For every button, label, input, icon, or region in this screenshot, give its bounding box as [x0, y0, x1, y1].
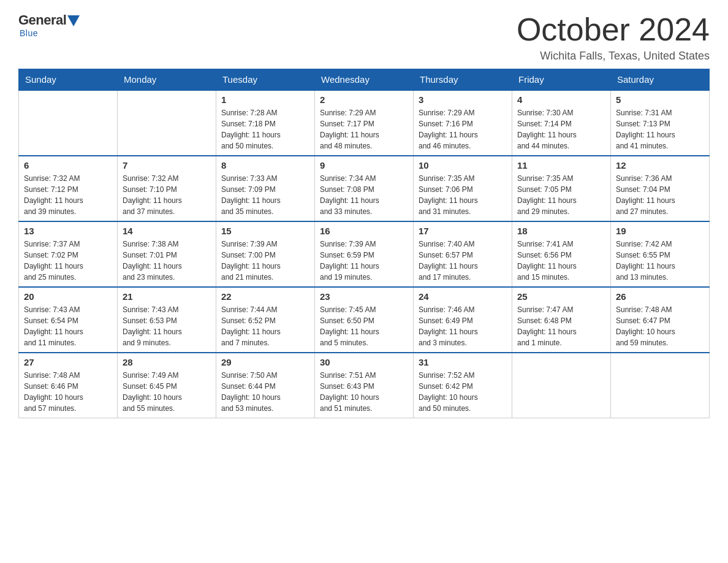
calendar-cell: 24Sunrise: 7:46 AMSunset: 6:49 PMDayligh… — [414, 287, 512, 353]
day-number: 7 — [123, 160, 211, 170]
day-info: Sunrise: 7:32 AMSunset: 7:10 PMDaylight:… — [123, 173, 211, 217]
calendar-cell: 3Sunrise: 7:29 AMSunset: 7:16 PMDaylight… — [414, 90, 512, 156]
calendar-cell: 9Sunrise: 7:34 AMSunset: 7:08 PMDaylight… — [315, 156, 414, 221]
day-info: Sunrise: 7:43 AMSunset: 6:54 PMDaylight:… — [24, 304, 112, 348]
day-info: Sunrise: 7:43 AMSunset: 6:53 PMDaylight:… — [123, 304, 211, 348]
calendar-cell: 31Sunrise: 7:52 AMSunset: 6:42 PMDayligh… — [414, 353, 512, 418]
calendar-week-4: 20Sunrise: 7:43 AMSunset: 6:54 PMDayligh… — [19, 287, 710, 353]
day-info: Sunrise: 7:34 AMSunset: 7:08 PMDaylight:… — [320, 173, 408, 217]
day-info: Sunrise: 7:42 AMSunset: 6:55 PMDaylight:… — [616, 239, 704, 283]
calendar-cell: 18Sunrise: 7:41 AMSunset: 6:56 PMDayligh… — [512, 221, 611, 287]
calendar-week-1: 1Sunrise: 7:28 AMSunset: 7:18 PMDaylight… — [19, 90, 710, 156]
day-number: 26 — [616, 291, 704, 302]
header-sunday: Sunday — [19, 69, 118, 91]
calendar-cell: 7Sunrise: 7:32 AMSunset: 7:10 PMDaylight… — [118, 156, 216, 221]
day-number: 3 — [419, 94, 507, 105]
day-number: 15 — [221, 226, 309, 236]
day-number: 22 — [221, 291, 309, 302]
calendar-cell: 5Sunrise: 7:31 AMSunset: 7:13 PMDaylight… — [611, 90, 710, 156]
calendar-cell: 15Sunrise: 7:39 AMSunset: 7:00 PMDayligh… — [216, 221, 315, 287]
calendar-cell: 6Sunrise: 7:32 AMSunset: 7:12 PMDaylight… — [19, 156, 118, 221]
header-thursday: Thursday — [414, 69, 512, 91]
header-saturday: Saturday — [611, 69, 710, 91]
day-info: Sunrise: 7:35 AMSunset: 7:05 PMDaylight:… — [517, 173, 605, 217]
calendar-cell: 12Sunrise: 7:36 AMSunset: 7:04 PMDayligh… — [611, 156, 710, 221]
day-number: 11 — [517, 160, 605, 170]
day-info: Sunrise: 7:29 AMSunset: 7:17 PMDaylight:… — [320, 107, 408, 151]
day-number: 24 — [419, 291, 507, 302]
day-number: 1 — [221, 94, 309, 105]
calendar-cell: 27Sunrise: 7:48 AMSunset: 6:46 PMDayligh… — [19, 353, 118, 418]
calendar-cell: 30Sunrise: 7:51 AMSunset: 6:43 PMDayligh… — [315, 353, 414, 418]
header-wednesday: Wednesday — [315, 69, 414, 91]
logo-triangle-icon — [67, 15, 80, 26]
calendar-cell — [611, 353, 710, 418]
calendar-table: SundayMondayTuesdayWednesdayThursdayFrid… — [18, 69, 710, 418]
header-monday: Monday — [118, 69, 216, 91]
day-number: 20 — [24, 291, 112, 302]
calendar-cell: 28Sunrise: 7:49 AMSunset: 6:45 PMDayligh… — [118, 353, 216, 418]
day-info: Sunrise: 7:35 AMSunset: 7:06 PMDaylight:… — [419, 173, 507, 217]
day-info: Sunrise: 7:36 AMSunset: 7:04 PMDaylight:… — [616, 173, 704, 217]
day-info: Sunrise: 7:30 AMSunset: 7:14 PMDaylight:… — [517, 107, 605, 151]
calendar-cell — [512, 353, 611, 418]
calendar-cell: 14Sunrise: 7:38 AMSunset: 7:01 PMDayligh… — [118, 221, 216, 287]
calendar-cell: 13Sunrise: 7:37 AMSunset: 7:02 PMDayligh… — [19, 221, 118, 287]
day-number: 6 — [24, 160, 112, 170]
calendar-cell — [118, 90, 216, 156]
day-info: Sunrise: 7:38 AMSunset: 7:01 PMDaylight:… — [123, 239, 211, 283]
day-info: Sunrise: 7:31 AMSunset: 7:13 PMDaylight:… — [616, 107, 704, 151]
day-number: 17 — [419, 226, 507, 236]
day-info: Sunrise: 7:45 AMSunset: 6:50 PMDaylight:… — [320, 304, 408, 348]
calendar-cell: 21Sunrise: 7:43 AMSunset: 6:53 PMDayligh… — [118, 287, 216, 353]
day-number: 21 — [123, 291, 211, 302]
calendar-cell: 22Sunrise: 7:44 AMSunset: 6:52 PMDayligh… — [216, 287, 315, 353]
day-number: 10 — [419, 160, 507, 170]
day-number: 30 — [320, 357, 408, 367]
day-number: 2 — [320, 94, 408, 105]
calendar-cell: 4Sunrise: 7:30 AMSunset: 7:14 PMDaylight… — [512, 90, 611, 156]
day-info: Sunrise: 7:48 AMSunset: 6:47 PMDaylight:… — [616, 304, 704, 348]
day-info: Sunrise: 7:33 AMSunset: 7:09 PMDaylight:… — [221, 173, 309, 217]
day-info: Sunrise: 7:50 AMSunset: 6:44 PMDaylight:… — [221, 370, 309, 414]
calendar-cell: 8Sunrise: 7:33 AMSunset: 7:09 PMDaylight… — [216, 156, 315, 221]
calendar-cell: 19Sunrise: 7:42 AMSunset: 6:55 PMDayligh… — [611, 221, 710, 287]
day-number: 18 — [517, 226, 605, 236]
calendar-cell — [19, 90, 118, 156]
title-section: October 2024 Wichita Falls, Texas, Unite… — [517, 12, 710, 63]
day-number: 23 — [320, 291, 408, 302]
day-info: Sunrise: 7:40 AMSunset: 6:57 PMDaylight:… — [419, 239, 507, 283]
day-info: Sunrise: 7:52 AMSunset: 6:42 PMDaylight:… — [419, 370, 507, 414]
day-number: 29 — [221, 357, 309, 367]
day-info: Sunrise: 7:39 AMSunset: 6:59 PMDaylight:… — [320, 239, 408, 283]
calendar-cell: 17Sunrise: 7:40 AMSunset: 6:57 PMDayligh… — [414, 221, 512, 287]
calendar-cell: 23Sunrise: 7:45 AMSunset: 6:50 PMDayligh… — [315, 287, 414, 353]
day-info: Sunrise: 7:28 AMSunset: 7:18 PMDaylight:… — [221, 107, 309, 151]
day-number: 16 — [320, 226, 408, 236]
main-title: October 2024 — [517, 12, 710, 47]
calendar-cell: 16Sunrise: 7:39 AMSunset: 6:59 PMDayligh… — [315, 221, 414, 287]
day-info: Sunrise: 7:48 AMSunset: 6:46 PMDaylight:… — [24, 370, 112, 414]
day-info: Sunrise: 7:32 AMSunset: 7:12 PMDaylight:… — [24, 173, 112, 217]
day-info: Sunrise: 7:41 AMSunset: 6:56 PMDaylight:… — [517, 239, 605, 283]
day-number: 13 — [24, 226, 112, 236]
day-number: 25 — [517, 291, 605, 302]
calendar-week-2: 6Sunrise: 7:32 AMSunset: 7:12 PMDaylight… — [19, 156, 710, 221]
logo-blue-text: Blue — [20, 28, 38, 38]
calendar-cell: 2Sunrise: 7:29 AMSunset: 7:17 PMDaylight… — [315, 90, 414, 156]
day-info: Sunrise: 7:51 AMSunset: 6:43 PMDaylight:… — [320, 370, 408, 414]
calendar-cell: 10Sunrise: 7:35 AMSunset: 7:06 PMDayligh… — [414, 156, 512, 221]
subtitle: Wichita Falls, Texas, United States — [517, 50, 710, 63]
logo-top: General — [18, 12, 80, 28]
calendar-cell: 11Sunrise: 7:35 AMSunset: 7:05 PMDayligh… — [512, 156, 611, 221]
day-number: 31 — [419, 357, 507, 367]
calendar-cell: 25Sunrise: 7:47 AMSunset: 6:48 PMDayligh… — [512, 287, 611, 353]
day-number: 5 — [616, 94, 704, 105]
day-info: Sunrise: 7:37 AMSunset: 7:02 PMDaylight:… — [24, 239, 112, 283]
day-info: Sunrise: 7:44 AMSunset: 6:52 PMDaylight:… — [221, 304, 309, 348]
day-number: 12 — [616, 160, 704, 170]
day-info: Sunrise: 7:46 AMSunset: 6:49 PMDaylight:… — [419, 304, 507, 348]
day-number: 8 — [221, 160, 309, 170]
day-number: 4 — [517, 94, 605, 105]
calendar-week-3: 13Sunrise: 7:37 AMSunset: 7:02 PMDayligh… — [19, 221, 710, 287]
